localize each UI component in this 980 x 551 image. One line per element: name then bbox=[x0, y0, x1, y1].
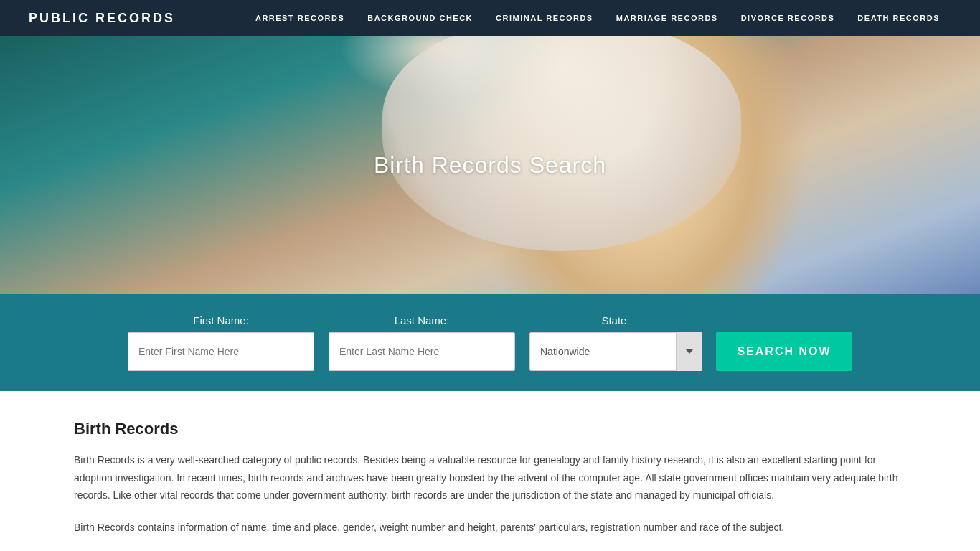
site-logo[interactable]: PUBLIC RECORDS bbox=[29, 11, 175, 26]
header: PUBLIC RECORDS ARREST RECORDSBACKGROUND … bbox=[0, 0, 980, 36]
first-name-field: First Name: bbox=[128, 314, 314, 371]
last-name-field: Last Name: bbox=[329, 314, 515, 371]
hero-title-wrap: Birth Records Search bbox=[374, 152, 606, 179]
content-section: Birth Records Birth Records is a very we… bbox=[45, 391, 935, 551]
nav-item-death-records[interactable]: DEATH RECORDS bbox=[846, 0, 951, 36]
state-label: State: bbox=[529, 314, 702, 326]
first-name-input[interactable] bbox=[128, 332, 314, 371]
section-title: Birth Records bbox=[74, 420, 906, 438]
hero-title: Birth Records Search bbox=[374, 152, 606, 179]
search-now-button[interactable]: SEARCH NOW bbox=[716, 332, 852, 371]
nav-item-arrest-records[interactable]: ARREST RECORDS bbox=[244, 0, 356, 36]
nav-item-background-check[interactable]: BACKGROUND CHECK bbox=[356, 0, 484, 36]
first-name-label: First Name: bbox=[128, 314, 314, 326]
last-name-input[interactable] bbox=[329, 332, 515, 371]
paragraph-1: Birth Records is a very well-searched ca… bbox=[74, 451, 906, 504]
last-name-label: Last Name: bbox=[329, 314, 515, 326]
nav-item-marriage-records[interactable]: MARRIAGE RECORDS bbox=[605, 0, 730, 36]
nav-item-divorce-records[interactable]: DIVORCE RECORDS bbox=[730, 0, 847, 36]
search-bar: First Name: Last Name: State: Nationwide… bbox=[0, 294, 980, 391]
paragraph-2: Birth Records contains information of na… bbox=[74, 519, 906, 537]
state-field: State: Nationwide Alabama Alaska Arizona… bbox=[529, 314, 702, 371]
nav-item-criminal-records[interactable]: CRIMINAL RECORDS bbox=[484, 0, 605, 36]
hero-section: Birth Records Search bbox=[0, 36, 980, 294]
state-select-wrap: Nationwide Alabama Alaska Arizona Arkans… bbox=[529, 332, 702, 371]
main-nav: ARREST RECORDSBACKGROUND CHECKCRIMINAL R… bbox=[244, 0, 951, 36]
state-select[interactable]: Nationwide Alabama Alaska Arizona Arkans… bbox=[529, 332, 702, 371]
